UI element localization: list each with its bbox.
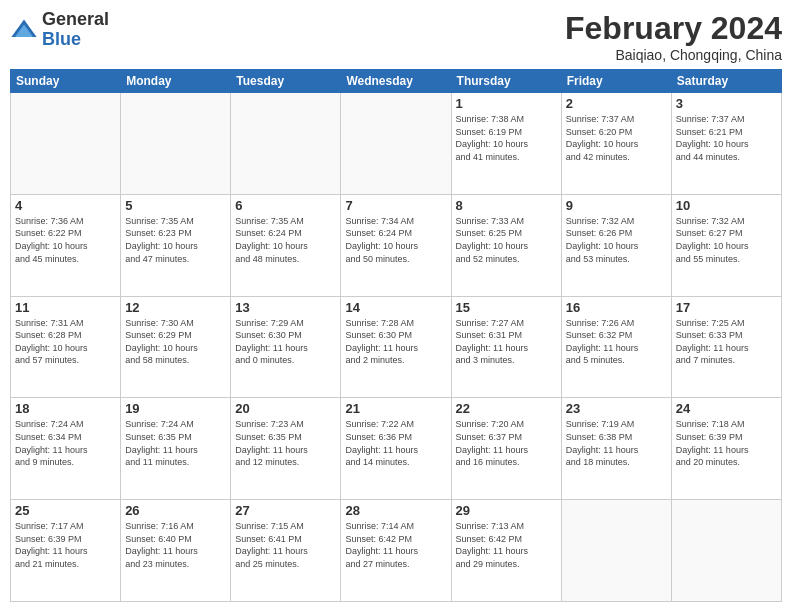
day-number: 7 (345, 198, 446, 213)
day-number: 28 (345, 503, 446, 518)
day-info: Sunrise: 7:17 AM Sunset: 6:39 PM Dayligh… (15, 520, 116, 570)
day-number: 9 (566, 198, 667, 213)
page: General Blue February 2024 Baiqiao, Chon… (0, 0, 792, 612)
day-number: 20 (235, 401, 336, 416)
calendar-week-row: 18Sunrise: 7:24 AM Sunset: 6:34 PM Dayli… (11, 398, 782, 500)
calendar-day-cell: 13Sunrise: 7:29 AM Sunset: 6:30 PM Dayli… (231, 296, 341, 398)
day-number: 14 (345, 300, 446, 315)
calendar-day-cell: 14Sunrise: 7:28 AM Sunset: 6:30 PM Dayli… (341, 296, 451, 398)
calendar-day-cell: 11Sunrise: 7:31 AM Sunset: 6:28 PM Dayli… (11, 296, 121, 398)
day-number: 13 (235, 300, 336, 315)
calendar-day-cell: 2Sunrise: 7:37 AM Sunset: 6:20 PM Daylig… (561, 93, 671, 195)
location-subtitle: Baiqiao, Chongqing, China (565, 47, 782, 63)
calendar-day-cell: 7Sunrise: 7:34 AM Sunset: 6:24 PM Daylig… (341, 194, 451, 296)
day-info: Sunrise: 7:29 AM Sunset: 6:30 PM Dayligh… (235, 317, 336, 367)
calendar-week-row: 25Sunrise: 7:17 AM Sunset: 6:39 PM Dayli… (11, 500, 782, 602)
day-info: Sunrise: 7:34 AM Sunset: 6:24 PM Dayligh… (345, 215, 446, 265)
calendar-day-cell: 16Sunrise: 7:26 AM Sunset: 6:32 PM Dayli… (561, 296, 671, 398)
day-info: Sunrise: 7:32 AM Sunset: 6:27 PM Dayligh… (676, 215, 777, 265)
calendar-day-cell (231, 93, 341, 195)
calendar-day-cell: 23Sunrise: 7:19 AM Sunset: 6:38 PM Dayli… (561, 398, 671, 500)
calendar-day-cell: 9Sunrise: 7:32 AM Sunset: 6:26 PM Daylig… (561, 194, 671, 296)
day-number: 22 (456, 401, 557, 416)
day-info: Sunrise: 7:26 AM Sunset: 6:32 PM Dayligh… (566, 317, 667, 367)
calendar-day-cell: 4Sunrise: 7:36 AM Sunset: 6:22 PM Daylig… (11, 194, 121, 296)
calendar-day-cell: 22Sunrise: 7:20 AM Sunset: 6:37 PM Dayli… (451, 398, 561, 500)
calendar-day-cell: 6Sunrise: 7:35 AM Sunset: 6:24 PM Daylig… (231, 194, 341, 296)
calendar-table: SundayMondayTuesdayWednesdayThursdayFrid… (10, 69, 782, 602)
day-info: Sunrise: 7:24 AM Sunset: 6:35 PM Dayligh… (125, 418, 226, 468)
day-number: 4 (15, 198, 116, 213)
day-info: Sunrise: 7:36 AM Sunset: 6:22 PM Dayligh… (15, 215, 116, 265)
weekday-header-cell: Wednesday (341, 70, 451, 93)
calendar-day-cell: 29Sunrise: 7:13 AM Sunset: 6:42 PM Dayli… (451, 500, 561, 602)
day-number: 15 (456, 300, 557, 315)
day-info: Sunrise: 7:31 AM Sunset: 6:28 PM Dayligh… (15, 317, 116, 367)
day-number: 16 (566, 300, 667, 315)
calendar-day-cell: 12Sunrise: 7:30 AM Sunset: 6:29 PM Dayli… (121, 296, 231, 398)
logo-blue: Blue (42, 30, 109, 50)
day-info: Sunrise: 7:28 AM Sunset: 6:30 PM Dayligh… (345, 317, 446, 367)
day-number: 27 (235, 503, 336, 518)
day-number: 12 (125, 300, 226, 315)
day-info: Sunrise: 7:16 AM Sunset: 6:40 PM Dayligh… (125, 520, 226, 570)
calendar-day-cell: 8Sunrise: 7:33 AM Sunset: 6:25 PM Daylig… (451, 194, 561, 296)
calendar-day-cell (121, 93, 231, 195)
day-number: 19 (125, 401, 226, 416)
weekday-header-cell: Sunday (11, 70, 121, 93)
month-title: February 2024 (565, 10, 782, 47)
header: General Blue February 2024 Baiqiao, Chon… (10, 10, 782, 63)
day-info: Sunrise: 7:35 AM Sunset: 6:23 PM Dayligh… (125, 215, 226, 265)
day-number: 5 (125, 198, 226, 213)
calendar-week-row: 11Sunrise: 7:31 AM Sunset: 6:28 PM Dayli… (11, 296, 782, 398)
calendar-day-cell: 26Sunrise: 7:16 AM Sunset: 6:40 PM Dayli… (121, 500, 231, 602)
day-info: Sunrise: 7:38 AM Sunset: 6:19 PM Dayligh… (456, 113, 557, 163)
day-info: Sunrise: 7:23 AM Sunset: 6:35 PM Dayligh… (235, 418, 336, 468)
day-number: 25 (15, 503, 116, 518)
calendar-day-cell: 5Sunrise: 7:35 AM Sunset: 6:23 PM Daylig… (121, 194, 231, 296)
logo-icon (10, 16, 38, 44)
day-number: 21 (345, 401, 446, 416)
calendar-day-cell: 17Sunrise: 7:25 AM Sunset: 6:33 PM Dayli… (671, 296, 781, 398)
day-number: 3 (676, 96, 777, 111)
calendar-day-cell: 19Sunrise: 7:24 AM Sunset: 6:35 PM Dayli… (121, 398, 231, 500)
day-info: Sunrise: 7:30 AM Sunset: 6:29 PM Dayligh… (125, 317, 226, 367)
day-info: Sunrise: 7:22 AM Sunset: 6:36 PM Dayligh… (345, 418, 446, 468)
day-number: 6 (235, 198, 336, 213)
day-number: 11 (15, 300, 116, 315)
calendar-day-cell: 18Sunrise: 7:24 AM Sunset: 6:34 PM Dayli… (11, 398, 121, 500)
day-info: Sunrise: 7:15 AM Sunset: 6:41 PM Dayligh… (235, 520, 336, 570)
day-info: Sunrise: 7:19 AM Sunset: 6:38 PM Dayligh… (566, 418, 667, 468)
calendar-day-cell (341, 93, 451, 195)
day-number: 10 (676, 198, 777, 213)
day-info: Sunrise: 7:25 AM Sunset: 6:33 PM Dayligh… (676, 317, 777, 367)
day-info: Sunrise: 7:24 AM Sunset: 6:34 PM Dayligh… (15, 418, 116, 468)
weekday-header-cell: Monday (121, 70, 231, 93)
title-block: February 2024 Baiqiao, Chongqing, China (565, 10, 782, 63)
day-info: Sunrise: 7:32 AM Sunset: 6:26 PM Dayligh… (566, 215, 667, 265)
day-number: 26 (125, 503, 226, 518)
day-number: 17 (676, 300, 777, 315)
day-number: 1 (456, 96, 557, 111)
weekday-header-cell: Saturday (671, 70, 781, 93)
calendar-day-cell: 3Sunrise: 7:37 AM Sunset: 6:21 PM Daylig… (671, 93, 781, 195)
calendar-day-cell: 20Sunrise: 7:23 AM Sunset: 6:35 PM Dayli… (231, 398, 341, 500)
day-info: Sunrise: 7:35 AM Sunset: 6:24 PM Dayligh… (235, 215, 336, 265)
day-number: 18 (15, 401, 116, 416)
day-info: Sunrise: 7:37 AM Sunset: 6:21 PM Dayligh… (676, 113, 777, 163)
calendar-day-cell: 21Sunrise: 7:22 AM Sunset: 6:36 PM Dayli… (341, 398, 451, 500)
day-info: Sunrise: 7:20 AM Sunset: 6:37 PM Dayligh… (456, 418, 557, 468)
calendar-day-cell: 28Sunrise: 7:14 AM Sunset: 6:42 PM Dayli… (341, 500, 451, 602)
day-info: Sunrise: 7:27 AM Sunset: 6:31 PM Dayligh… (456, 317, 557, 367)
weekday-header-cell: Friday (561, 70, 671, 93)
day-number: 29 (456, 503, 557, 518)
logo-text: General Blue (42, 10, 109, 50)
day-info: Sunrise: 7:18 AM Sunset: 6:39 PM Dayligh… (676, 418, 777, 468)
day-number: 2 (566, 96, 667, 111)
logo-general: General (42, 10, 109, 30)
day-info: Sunrise: 7:14 AM Sunset: 6:42 PM Dayligh… (345, 520, 446, 570)
calendar-day-cell: 10Sunrise: 7:32 AM Sunset: 6:27 PM Dayli… (671, 194, 781, 296)
day-info: Sunrise: 7:33 AM Sunset: 6:25 PM Dayligh… (456, 215, 557, 265)
calendar-day-cell: 24Sunrise: 7:18 AM Sunset: 6:39 PM Dayli… (671, 398, 781, 500)
calendar-day-cell: 1Sunrise: 7:38 AM Sunset: 6:19 PM Daylig… (451, 93, 561, 195)
